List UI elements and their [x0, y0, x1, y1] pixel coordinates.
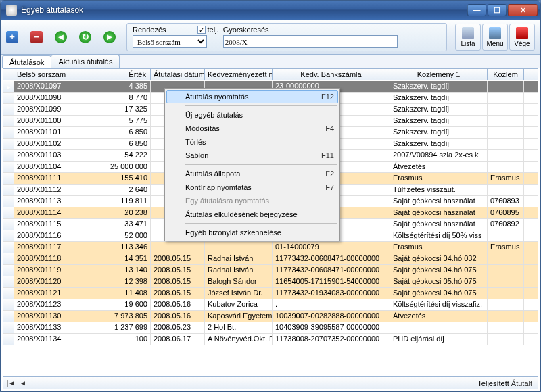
table-row[interactable]: 2008/X011341002008.06.17A Növényvéd.Okt.… [3, 334, 538, 345]
sort-label: Rendezés [133, 26, 166, 34]
col-kedv-nev[interactable]: Kedvezményezett neve [205, 69, 273, 80]
cell: 2008/X01121 [14, 288, 68, 299]
cell: 2008/X01097 [14, 81, 68, 92]
cell: 155 410 [68, 173, 151, 184]
tab-aktualis[interactable]: Aktuális átutalás [51, 55, 120, 68]
cell [205, 242, 273, 253]
cell: PHD eljárási díj [390, 334, 488, 345]
cell: 2008/X01104 [14, 162, 68, 172]
window-title: Egyéb átutalások [21, 5, 467, 15]
cell: 54 222 [68, 150, 151, 161]
cell [488, 311, 524, 322]
menu-item[interactable]: Kontírlap nyomtatásF7 [166, 180, 338, 194]
cell: Kaposvári Egyetem [205, 311, 273, 322]
cell: Szakszerv. tagdíj [390, 116, 488, 126]
menu-item[interactable]: Átutalás elküldésének bejegyzése [166, 207, 338, 221]
menu-item: Egy átutalásra nyomtatás [166, 194, 338, 207]
cell: Saját gépkocsi 04.hó 075 [390, 265, 488, 276]
table-row[interactable]: 2008/X0111814 3512008.05.15Radnai István… [3, 253, 538, 265]
col-kozl1[interactable]: Közlemény 1 [390, 69, 488, 80]
table-row[interactable]: 2008/X0111913 1402008.05.15Radnai István… [3, 265, 538, 276]
nav-first-icon[interactable]: |◄ [6, 378, 16, 388]
cell: 119 811 [68, 196, 151, 207]
table-row[interactable]: 2008/X0112012 3982008.05.15Balogh Sándor… [3, 276, 538, 288]
maximize-button[interactable]: ☐ [488, 4, 507, 16]
menu-button[interactable]: Menü [482, 24, 508, 51]
col-bank[interactable]: Kedv. Bankszámla [273, 69, 390, 80]
cell [488, 185, 524, 195]
cell: Erasmus [390, 242, 488, 253]
app-icon [6, 5, 17, 16]
vege-button[interactable]: Vége [509, 24, 535, 51]
cell: Radnai István [205, 265, 273, 276]
menu-item[interactable]: Törlés [166, 135, 338, 149]
cell: 2008/X01111 [14, 173, 68, 184]
cell: 2008/X01117 [14, 242, 68, 253]
cell: 6 850 [68, 127, 151, 138]
cell: 12 398 [68, 276, 151, 287]
menu-item[interactable]: SablonF11 [166, 149, 338, 162]
menu-item[interactable]: MódosításF4 [166, 122, 338, 135]
cell [488, 139, 524, 149]
minimize-button[interactable]: — [467, 4, 486, 16]
quicksearch-input[interactable] [223, 35, 398, 48]
refresh-icon[interactable]: ↻ [79, 31, 91, 43]
cell: Saját gépkocsi használat [390, 207, 488, 218]
cell: Saját gépkocsi 04.hó 075 [390, 288, 488, 299]
nav-prev-icon[interactable]: ◄ [18, 378, 28, 388]
cell: Saját gépkocsi használat [390, 196, 488, 207]
tab-atutalasok[interactable]: Átutalások [2, 55, 51, 68]
cell [488, 150, 524, 161]
context-menu[interactable]: Átutalás nyomtatásF12Új egyéb átutalásMó… [164, 88, 340, 241]
cell: 2008.05.15 [151, 253, 205, 264]
menu-item[interactable]: Átutalás nyomtatásF12 [166, 90, 338, 103]
cell [488, 322, 524, 333]
cell: 25 000 000 [68, 162, 151, 172]
cell: 11738008-20707352-00000000 [273, 334, 390, 345]
cell: 2 640 [68, 185, 151, 195]
table-row[interactable]: 2008/X011307 973 8052008.05.16Kaposvári … [3, 311, 538, 322]
cell: 2008/X01114 [14, 207, 68, 218]
grid-footer: |◄ ◄ Teljesített Átutalt [3, 376, 538, 389]
cell: 2008/X01098 [14, 93, 68, 103]
cell: 4 385 [68, 81, 151, 92]
telj-checkbox[interactable]: ✓ [197, 26, 206, 34]
menu-item[interactable]: Új egyéb átutalás [166, 108, 338, 122]
menu-item[interactable]: Átutalás állapotaF2 [166, 167, 338, 180]
grid-header: Belső sorszám Érték Átutalási dátum Kedv… [3, 69, 538, 80]
cell [488, 288, 524, 299]
remove-icon[interactable]: − [30, 31, 43, 43]
add-icon[interactable]: + [6, 31, 18, 43]
cell [488, 265, 524, 276]
menu-item[interactable]: Egyéb bizonylat szkennelése [166, 226, 338, 239]
cell: 2008/X01133 [14, 322, 68, 333]
col-ertek[interactable]: Érték [68, 69, 151, 80]
cell: Költségtérítési díj visszafiz. [390, 299, 488, 310]
cell: 11773432-00608471-00000000 [273, 253, 390, 264]
cell: 0760893 [488, 196, 524, 207]
cell: 11773432-01934083-00000000 [273, 288, 390, 299]
cell: Szakszerv. tagdíj [390, 81, 488, 92]
quicksearch-label: Gyorskeresés [223, 26, 441, 34]
col-sorszam[interactable]: Belső sorszám [14, 69, 68, 80]
lista-button[interactable]: Lista [455, 24, 481, 51]
cell [488, 127, 524, 138]
table-row[interactable]: 2008/X0112111 4082008.05.15József István… [3, 288, 538, 299]
back-icon[interactable]: ◄ [55, 31, 67, 43]
table-row[interactable]: 2008/X011331 237 6992008.05.232 Hol Bt.1… [3, 322, 538, 334]
cell: 7 973 805 [68, 311, 151, 322]
titlebar[interactable]: Egyéb átutalások — ☐ ✕ [1, 1, 540, 20]
table-row[interactable]: 2008/X01117113 34601-14000079ErasmusEras… [3, 242, 538, 253]
close-button[interactable]: ✕ [508, 4, 538, 16]
cell: 2008/X01119 [14, 265, 68, 276]
cell: 01-14000079 [273, 242, 390, 253]
cell: Erasmus [488, 173, 524, 184]
forward-icon[interactable]: ► [103, 31, 116, 43]
cell: 2008/X01116 [14, 230, 68, 241]
sort-select[interactable]: Belső sorszám [133, 35, 207, 48]
table-row[interactable]: 2008/X0112319 6002008.05.16Kubatov Zoric… [3, 299, 538, 311]
col-datum[interactable]: Átutalási dátum [151, 69, 205, 80]
cell [151, 242, 205, 253]
col-kozl2[interactable]: Közlem [488, 69, 524, 80]
telj-label: telj. [208, 26, 219, 34]
